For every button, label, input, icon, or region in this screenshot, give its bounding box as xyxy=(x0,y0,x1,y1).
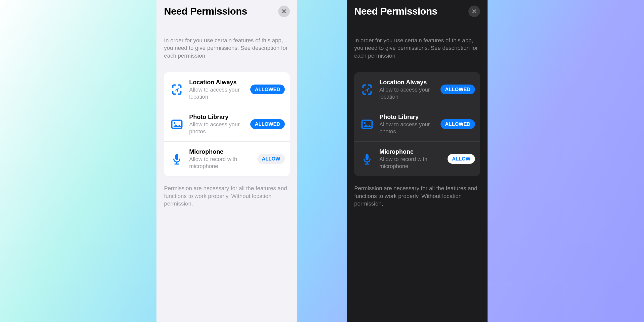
permission-row-photos: Photo LibraryAllow to access your photos… xyxy=(354,107,480,141)
close-icon xyxy=(472,9,477,14)
permission-title: Photo Library xyxy=(379,113,435,120)
photo-icon xyxy=(170,118,184,131)
permission-title: Microphone xyxy=(379,148,442,155)
permissions-sheet-light: Need PermissionsIn order for you use cer… xyxy=(156,0,297,322)
location-icon xyxy=(170,83,184,96)
close-icon xyxy=(281,9,287,14)
permission-title: Location Always xyxy=(189,79,245,86)
permission-desc: Allow to access your photos xyxy=(189,121,245,135)
allowed-badge[interactable]: ALLOWED xyxy=(440,119,475,129)
allow-button[interactable]: ALLOW xyxy=(448,154,475,164)
permissions-card: Location AlwaysAllow to access your loca… xyxy=(164,72,290,176)
permission-row-photos: Photo LibraryAllow to access your photos… xyxy=(164,107,290,141)
page-title: Need Permissions xyxy=(354,6,437,17)
footer-text: Permission are necessary for all the fea… xyxy=(354,185,480,208)
permission-title: Location Always xyxy=(379,79,435,86)
permission-title: Photo Library xyxy=(189,113,245,120)
footer-text: Permission are necessary for all the fea… xyxy=(164,185,290,208)
allowed-badge[interactable]: ALLOWED xyxy=(250,119,285,129)
permission-desc: Allow to access your photos xyxy=(379,121,435,135)
permissions-card: Location AlwaysAllow to access your loca… xyxy=(354,72,480,176)
permission-desc: Allow to access your location xyxy=(379,86,435,100)
subtitle-text: In order for you use certain features of… xyxy=(354,37,480,60)
permission-desc: Allow to record with microphone xyxy=(379,156,442,170)
allowed-badge[interactable]: ALLOWED xyxy=(250,85,285,94)
microphone-icon xyxy=(170,152,184,166)
close-button[interactable] xyxy=(278,6,290,17)
page-title: Need Permissions xyxy=(164,6,247,17)
permission-row-microphone: MicrophoneAllow to record with microphon… xyxy=(164,141,290,176)
subtitle-text: In order for you use certain features of… xyxy=(164,37,290,60)
permission-row-location: Location AlwaysAllow to access your loca… xyxy=(354,72,480,107)
allow-button[interactable]: ALLOW xyxy=(257,154,285,164)
microphone-icon xyxy=(360,152,374,166)
location-icon xyxy=(360,83,374,96)
permission-desc: Allow to record with microphone xyxy=(189,156,252,170)
photo-icon xyxy=(360,118,374,131)
permission-row-location: Location AlwaysAllow to access your loca… xyxy=(164,72,290,107)
permission-row-microphone: MicrophoneAllow to record with microphon… xyxy=(354,141,480,176)
permission-title: Microphone xyxy=(189,148,252,155)
permission-desc: Allow to access your location xyxy=(189,86,245,100)
allowed-badge[interactable]: ALLOWED xyxy=(440,85,475,94)
close-button[interactable] xyxy=(468,6,480,17)
permissions-sheet-dark: Need PermissionsIn order for you use cer… xyxy=(347,0,488,322)
